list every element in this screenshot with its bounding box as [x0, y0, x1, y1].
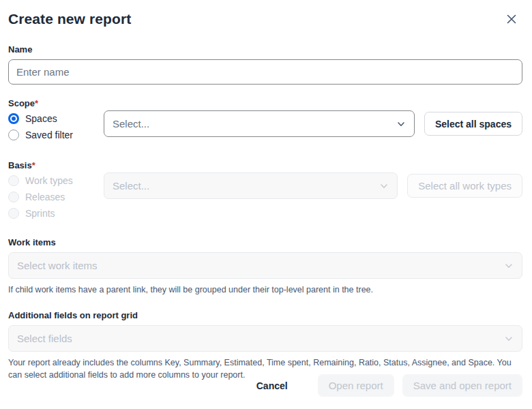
radio-saved-filter[interactable]: Saved filter — [8, 127, 94, 143]
radio-sprints: Sprints — [8, 205, 94, 222]
name-input[interactable] — [8, 59, 522, 85]
radio-saved-filter-label: Saved filter — [25, 130, 73, 140]
radio-spaces-label: Spaces — [25, 113, 57, 124]
additional-fields-label: Additional fields on report grid — [8, 310, 522, 320]
scope-select[interactable]: Select... — [104, 110, 415, 137]
work-items-select-placeholder: Select work items — [17, 260, 499, 271]
radio-disabled-icon — [8, 175, 19, 186]
radio-selected-icon — [8, 113, 19, 124]
chevron-down-icon — [504, 334, 514, 344]
close-button[interactable] — [502, 10, 521, 29]
basis-label-text: Basis — [8, 160, 32, 170]
save-and-open-report-button: Save and open report — [402, 374, 522, 397]
open-report-button: Open report — [318, 374, 394, 397]
additional-fields-select-placeholder: Select fields — [17, 333, 499, 344]
select-all-work-types-button: Select all work types — [407, 174, 522, 198]
cancel-button[interactable]: Cancel — [252, 380, 292, 391]
radio-sprints-label: Sprints — [25, 208, 55, 219]
scope-label-text: Scope — [8, 98, 35, 108]
basis-label: Basis* — [8, 160, 522, 170]
chevron-down-icon — [396, 119, 406, 129]
radio-disabled-icon — [8, 192, 19, 202]
radio-work-types: Work types — [8, 172, 94, 189]
scope-label: Scope* — [8, 98, 522, 108]
radio-releases-label: Releases — [25, 192, 65, 202]
radio-work-types-label: Work types — [25, 175, 73, 186]
dialog-header: Create new report — [8, 11, 522, 29]
select-all-spaces-button[interactable]: Select all spaces — [424, 112, 522, 136]
work-items-label: Work items — [8, 237, 522, 247]
scope-radio-group: Spaces Saved filter — [8, 110, 94, 143]
basis-row: Work types Releases Sprints Select... Se… — [8, 172, 522, 222]
scope-row: Spaces Saved filter Select... Select all… — [8, 110, 522, 143]
create-report-dialog: Create new report Name Scope* Spaces Sav… — [0, 0, 532, 409]
radio-releases: Releases — [8, 189, 94, 205]
chevron-down-icon — [379, 181, 389, 191]
chevron-down-icon — [504, 261, 514, 271]
scope-select-placeholder: Select... — [113, 118, 391, 130]
additional-fields-select: Select fields — [8, 325, 522, 352]
basis-radio-group: Work types Releases Sprints — [8, 172, 94, 222]
basis-required-marker: * — [32, 160, 35, 170]
work-items-select: Select work items — [8, 252, 522, 279]
close-icon — [505, 13, 518, 25]
work-items-helper-text: If child work items have a parent link, … — [8, 284, 522, 296]
scope-required-marker: * — [35, 98, 38, 108]
radio-disabled-icon — [8, 208, 19, 219]
basis-select: Select... — [104, 172, 398, 199]
radio-spaces[interactable]: Spaces — [8, 110, 94, 127]
basis-select-placeholder: Select... — [113, 180, 374, 192]
name-label: Name — [8, 44, 522, 55]
radio-unselected-icon — [8, 130, 19, 140]
dialog-title: Create new report — [8, 11, 131, 27]
dialog-footer: Cancel Open report Save and open report — [252, 374, 522, 397]
